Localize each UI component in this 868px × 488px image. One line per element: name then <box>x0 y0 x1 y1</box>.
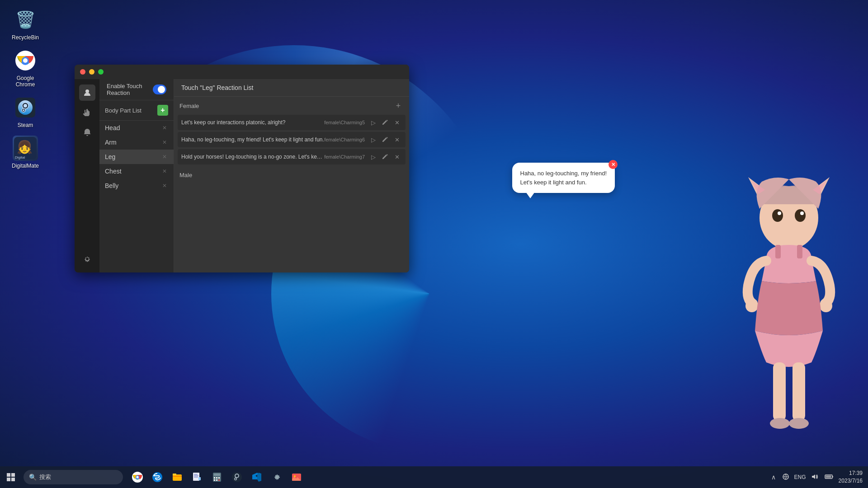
reaction-edit-0[interactable] <box>380 117 390 127</box>
svg-rect-32 <box>7 473 10 477</box>
minimize-dot[interactable] <box>89 69 94 75</box>
reaction-play-2[interactable]: ▷ <box>368 152 378 162</box>
window-body: Enable Touch Reaction Body Part List + H… <box>75 79 409 272</box>
add-body-part-button[interactable]: + <box>157 105 168 116</box>
desktop-icon-digitalmate[interactable]: 👧 Digital Mate DigitalMate <box>7 136 43 169</box>
body-part-head-close[interactable]: ✕ <box>161 124 168 131</box>
svg-point-13 <box>85 89 89 93</box>
body-part-belly-close[interactable]: ✕ <box>161 182 168 189</box>
body-part-arm[interactable]: Arm ✕ <box>99 135 174 150</box>
female-section-label: Female <box>179 103 199 109</box>
body-part-chest-close[interactable]: ✕ <box>161 168 168 175</box>
close-dot[interactable] <box>80 69 85 75</box>
digitalmate-icon: 👧 Digital Mate <box>13 136 38 161</box>
reaction-meta-2: female\Charming7 <box>324 154 365 160</box>
taskbar-photo-icon[interactable] <box>288 468 306 486</box>
anime-character <box>710 150 868 466</box>
reaction-item-1: Haha, no leg-touching, my friend! Let's … <box>178 132 406 147</box>
steam-icon <box>15 98 35 117</box>
svg-rect-44 <box>194 474 198 475</box>
male-section-header: Male <box>174 168 409 182</box>
body-part-arm-close[interactable]: ✕ <box>161 139 168 146</box>
taskbar: 🔍 搜索 <box>0 466 868 488</box>
body-part-leg[interactable]: Leg ✕ <box>99 150 174 164</box>
taskbar-settings-icon[interactable] <box>268 468 286 486</box>
taskbar-search[interactable]: 🔍 搜索 <box>24 470 123 484</box>
body-part-leg-close[interactable]: ✕ <box>161 153 168 160</box>
taskbar-tray-chevron[interactable]: ∧ <box>770 474 777 481</box>
body-part-belly-label: Belly <box>105 182 118 189</box>
steam-label: Steam <box>18 122 33 128</box>
svg-point-17 <box>772 209 783 222</box>
reaction-play-1[interactable]: ▷ <box>368 135 378 145</box>
male-section: Male <box>174 168 409 272</box>
sidebar-settings-icon[interactable] <box>79 251 95 267</box>
taskbar-network-icon[interactable] <box>781 473 791 482</box>
content-header: Touch "Leg" Reaction List <box>174 79 409 97</box>
reaction-actions-0: ▷ ✕ <box>368 117 402 127</box>
taskbar-volume-icon[interactable] <box>810 473 820 482</box>
svg-rect-50 <box>214 477 215 479</box>
svg-text:👧: 👧 <box>17 140 33 155</box>
body-part-title: Body Part List <box>105 107 142 114</box>
speech-bubble-text: Haha, no leg-touching, my friend! Let's … <box>520 169 607 187</box>
search-icon: 🔍 <box>29 474 37 481</box>
body-part-chest[interactable]: Chest ✕ <box>99 164 174 178</box>
svg-point-3 <box>23 58 28 63</box>
toggle-switch[interactable] <box>153 84 166 94</box>
taskbar-steam-icon[interactable] <box>228 468 246 486</box>
female-section-header: Female + <box>174 97 409 115</box>
svg-rect-33 <box>11 473 15 477</box>
body-part-head[interactable]: Head ✕ <box>99 121 174 135</box>
svg-rect-41 <box>173 474 182 481</box>
maximize-dot[interactable] <box>98 69 104 75</box>
reaction-item-2: Hold your horses! Leg-touching is a no-g… <box>178 149 406 164</box>
svg-point-39 <box>137 476 139 479</box>
male-section-label: Male <box>179 172 192 178</box>
svg-rect-25 <box>797 245 802 258</box>
recycle-bin-label: RecycleBin <box>12 34 39 41</box>
sidebar <box>75 79 99 272</box>
desktop-icon-chrome[interactable]: Google Chrome <box>7 48 43 88</box>
taskbar-language[interactable]: ENG <box>794 474 806 480</box>
anime-character-svg <box>721 173 857 466</box>
svg-point-58 <box>236 474 238 477</box>
taskbar-battery-icon[interactable] <box>823 473 835 482</box>
svg-rect-54 <box>216 479 217 481</box>
taskbar-clock[interactable]: 17:39 2023/7/16 <box>839 469 863 485</box>
reaction-play-0[interactable]: ▷ <box>368 117 378 127</box>
start-icon <box>6 473 15 482</box>
svg-point-26 <box>745 300 758 312</box>
reaction-actions-2: ▷ ✕ <box>368 152 402 162</box>
body-part-belly[interactable]: Belly ✕ <box>99 178 174 193</box>
sidebar-bell-icon[interactable] <box>79 124 95 141</box>
sidebar-user-icon[interactable] <box>79 84 95 101</box>
reaction-edit-1[interactable] <box>380 135 390 145</box>
taskbar-app-icons <box>128 468 306 486</box>
window-titlebar <box>75 65 409 79</box>
svg-rect-24 <box>775 245 781 258</box>
female-add-button[interactable]: + <box>393 100 404 111</box>
start-button[interactable] <box>0 466 22 488</box>
svg-rect-47 <box>198 477 201 480</box>
desktop-icon-steam[interactable]: Steam <box>7 95 43 128</box>
desktop-icons: 🗑️ RecycleBin Google Chrome <box>0 0 51 176</box>
taskbar-calculator-icon[interactable] <box>208 468 226 486</box>
taskbar-explorer-icon[interactable] <box>168 468 186 486</box>
reaction-edit-2[interactable] <box>380 152 390 162</box>
chrome-label: Google Chrome <box>7 75 43 88</box>
desktop-icon-recycle-bin[interactable]: 🗑️ RecycleBin <box>7 7 43 41</box>
taskbar-chrome-icon[interactable] <box>128 468 146 486</box>
content-panel: Touch "Leg" Reaction List Female + Let's… <box>174 79 409 272</box>
reaction-delete-1[interactable]: ✕ <box>392 135 402 145</box>
reaction-delete-2[interactable]: ✕ <box>392 152 402 162</box>
sidebar-hand-icon[interactable] <box>79 104 95 121</box>
taskbar-edge-icon[interactable] <box>148 468 166 486</box>
speech-bubble-close-button[interactable]: ✕ <box>609 160 618 169</box>
taskbar-notepad-icon[interactable] <box>188 468 206 486</box>
svg-rect-42 <box>173 474 176 475</box>
reaction-delete-0[interactable]: ✕ <box>392 117 402 127</box>
taskbar-date: 2023/7/16 <box>839 477 863 485</box>
content-title: Touch "Leg" Reaction List <box>181 84 253 91</box>
taskbar-vscode-icon[interactable] <box>248 468 266 486</box>
